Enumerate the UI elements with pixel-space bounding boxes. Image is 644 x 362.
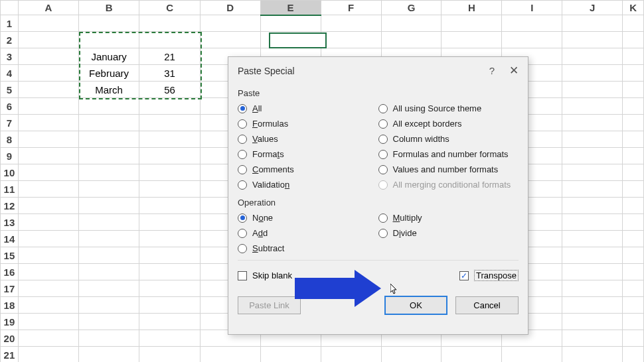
cell-B2[interactable]: Month xyxy=(78,32,139,48)
cell-C18[interactable] xyxy=(139,297,200,314)
cell-C7[interactable] xyxy=(139,115,200,131)
cell-J18[interactable] xyxy=(562,297,623,314)
cancel-button[interactable]: Cancel xyxy=(455,296,519,314)
cell-I2[interactable] xyxy=(502,32,562,48)
cell-G1[interactable] xyxy=(381,15,442,32)
cell-B7[interactable] xyxy=(78,115,139,131)
col-header-F[interactable]: F xyxy=(321,1,381,15)
row-header-6[interactable]: 6 xyxy=(1,98,19,115)
cell-E1[interactable] xyxy=(260,15,321,32)
cell-B13[interactable] xyxy=(78,214,139,231)
cell-J8[interactable] xyxy=(562,131,623,148)
cell-C19[interactable] xyxy=(139,314,200,330)
cell-D1[interactable] xyxy=(200,15,260,32)
row-header-4[interactable]: 4 xyxy=(1,65,19,82)
cell-D2[interactable] xyxy=(200,32,260,48)
close-icon[interactable]: ✕ xyxy=(509,64,519,78)
cell-F1[interactable] xyxy=(321,15,381,32)
cell-A7[interactable] xyxy=(18,115,78,131)
cell-C11[interactable] xyxy=(139,181,200,198)
cell-J12[interactable] xyxy=(562,198,623,214)
cell-K2[interactable] xyxy=(623,32,644,48)
cell-C4[interactable]: 31 xyxy=(139,65,200,82)
paste-link-button[interactable]: Paste Link xyxy=(238,296,301,314)
col-header-B[interactable]: B xyxy=(78,1,139,15)
cell-J16[interactable] xyxy=(562,264,623,280)
ok-button[interactable]: OK xyxy=(384,296,447,315)
col-header-K[interactable]: K xyxy=(623,1,644,15)
op-option-right-1[interactable]: Divide xyxy=(378,225,519,241)
cell-C9[interactable] xyxy=(139,148,200,164)
col-header-G[interactable]: G xyxy=(381,1,442,15)
col-header-I[interactable]: I xyxy=(502,1,562,15)
cell-A6[interactable] xyxy=(18,98,78,115)
cell-A20[interactable] xyxy=(18,330,78,347)
cell-D21[interactable] xyxy=(200,347,260,363)
cell-C6[interactable] xyxy=(139,98,200,115)
cell-K10[interactable] xyxy=(623,164,644,181)
cell-H21[interactable] xyxy=(442,347,502,363)
paste-option-right-2[interactable]: Column widths xyxy=(378,131,519,147)
cell-B8[interactable] xyxy=(78,131,139,148)
cell-J15[interactable] xyxy=(562,247,623,264)
cell-C2[interactable]: Sales xyxy=(139,32,200,48)
paste-option-right-1[interactable]: All except borders xyxy=(378,116,519,131)
cell-J11[interactable] xyxy=(562,181,623,198)
cell-C8[interactable] xyxy=(139,131,200,148)
cell-A19[interactable] xyxy=(18,314,78,330)
cell-E2[interactable] xyxy=(260,32,321,48)
cell-G2[interactable] xyxy=(381,32,442,48)
cell-J10[interactable] xyxy=(562,164,623,181)
cell-B6[interactable] xyxy=(78,98,139,115)
cell-K21[interactable] xyxy=(623,347,644,363)
cell-C14[interactable] xyxy=(139,231,200,247)
cell-C15[interactable] xyxy=(139,247,200,264)
cell-C21[interactable] xyxy=(139,347,200,363)
op-option-left-1[interactable]: Add xyxy=(238,225,378,241)
cell-K12[interactable] xyxy=(623,198,644,214)
row-header-1[interactable]: 1 xyxy=(1,15,19,32)
cell-K4[interactable] xyxy=(623,65,644,82)
row-header-17[interactable]: 17 xyxy=(1,280,19,297)
transpose-checkbox[interactable]: Transpose xyxy=(459,270,519,281)
cell-A5[interactable] xyxy=(18,82,78,98)
cell-J13[interactable] xyxy=(562,214,623,231)
skip-blanks-checkbox[interactable]: Skip blank xyxy=(238,271,292,280)
select-all-corner[interactable] xyxy=(1,1,19,15)
cell-K17[interactable] xyxy=(623,280,644,297)
cell-C12[interactable] xyxy=(139,198,200,214)
cell-C17[interactable] xyxy=(139,280,200,297)
cell-A2[interactable] xyxy=(18,32,78,48)
row-header-11[interactable]: 11 xyxy=(1,181,19,198)
paste-option-left-5[interactable]: Validation xyxy=(238,177,378,192)
row-header-13[interactable]: 13 xyxy=(1,214,19,231)
row-header-10[interactable]: 10 xyxy=(1,164,19,181)
row-header-12[interactable]: 12 xyxy=(1,198,19,214)
cell-A3[interactable] xyxy=(18,48,78,65)
paste-option-right-0[interactable]: All using Source theme xyxy=(378,101,519,116)
cell-C16[interactable] xyxy=(139,264,200,280)
paste-option-right-3[interactable]: Formulas and number formats xyxy=(378,147,519,162)
paste-option-left-1[interactable]: Formulas xyxy=(238,116,378,131)
col-header-C[interactable]: C xyxy=(139,1,200,15)
cell-B11[interactable] xyxy=(78,181,139,198)
cell-A9[interactable] xyxy=(18,148,78,164)
cell-F21[interactable] xyxy=(321,347,381,363)
cell-B15[interactable] xyxy=(78,247,139,264)
cell-B3[interactable]: January xyxy=(78,48,139,65)
cell-K13[interactable] xyxy=(623,214,644,231)
cell-J17[interactable] xyxy=(562,280,623,297)
cell-B16[interactable] xyxy=(78,264,139,280)
cell-J7[interactable] xyxy=(562,115,623,131)
cell-K8[interactable] xyxy=(623,131,644,148)
cell-J5[interactable] xyxy=(562,82,623,98)
cell-B4[interactable]: February xyxy=(78,65,139,82)
cell-B19[interactable] xyxy=(78,314,139,330)
paste-option-left-4[interactable]: Comments xyxy=(238,162,378,177)
cell-A14[interactable] xyxy=(18,231,78,247)
cell-B12[interactable] xyxy=(78,198,139,214)
cell-K15[interactable] xyxy=(623,247,644,264)
cell-J1[interactable] xyxy=(562,15,623,32)
cell-A13[interactable] xyxy=(18,214,78,231)
cell-K7[interactable] xyxy=(623,115,644,131)
